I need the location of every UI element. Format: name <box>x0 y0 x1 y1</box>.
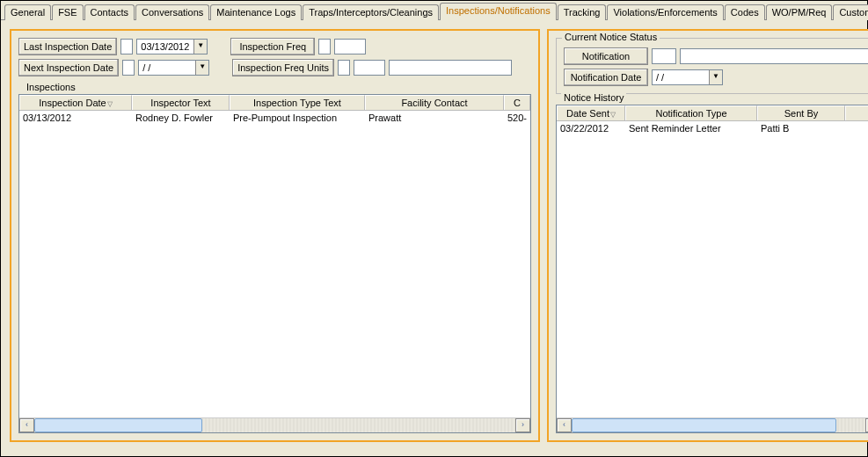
tab-fse[interactable]: FSE <box>52 4 83 20</box>
cell-inspection-type: Pre-Pumpout Inspection <box>230 111 365 125</box>
tabstrip: General FSE Contacts Conversations Maint… <box>1 1 867 20</box>
current-notice-status-title: Current Notice Status <box>562 32 660 42</box>
notice-history-table: Date Sent▽ Notification Type Sent By 03/… <box>556 105 868 433</box>
notice-history-title: Notice History <box>561 92 626 103</box>
tab-maintenance-logs[interactable]: Maintenance Logs <box>210 4 302 20</box>
col-c-truncated[interactable]: C <box>504 95 530 110</box>
col-inspector-text[interactable]: Inspector Text <box>132 95 230 110</box>
scroll-thumb[interactable] <box>572 418 836 432</box>
col-notification-type[interactable]: Notification Type <box>625 105 757 120</box>
cell-sent-by: Patti B <box>757 121 845 135</box>
inspections-hscrollbar[interactable]: ‹ › <box>19 417 530 432</box>
col-blank[interactable] <box>845 105 868 120</box>
chevron-down-icon[interactable]: ▼ <box>709 70 722 84</box>
notice-history-group: Notice History Date Sent▽ Notification T… <box>556 99 868 433</box>
scroll-track[interactable] <box>572 418 865 432</box>
inspections-pane: Last Inspection Date 03/13/2012 ▼ Inspec… <box>10 29 540 442</box>
inspection-freq-units-code-input[interactable] <box>354 60 385 76</box>
tab-wo-pm-req[interactable]: WO/PM/Req <box>766 4 833 20</box>
inspections-table: Inspection Date▽ Inspector Text Inspecti… <box>18 94 531 433</box>
notification-date-button[interactable]: Notification Date <box>564 69 648 86</box>
col-sent-by[interactable]: Sent By <box>757 105 845 120</box>
tab-violations[interactable]: Violations/Enforcements <box>607 4 723 20</box>
notification-text-input[interactable] <box>680 48 868 64</box>
history-hscrollbar[interactable]: ‹ › <box>557 417 868 432</box>
scroll-left-button[interactable]: ‹ <box>19 418 34 432</box>
tab-codes[interactable]: Codes <box>725 4 765 20</box>
next-inspection-date-combo[interactable]: / / ▼ <box>138 60 209 76</box>
notices-pane: Current Notice Status Notification Notif… <box>547 29 868 442</box>
tab-conversations[interactable]: Conversations <box>135 4 209 20</box>
inspections-group-title: Inspections <box>24 82 78 92</box>
tab-tracking[interactable]: Tracking <box>558 4 607 20</box>
notification-code-input[interactable] <box>652 48 676 64</box>
scroll-track[interactable] <box>34 418 515 432</box>
inspection-freq-flag[interactable] <box>318 39 331 54</box>
tab-general[interactable]: General <box>4 4 51 20</box>
cell-facility-contact: Prawatt <box>365 111 504 125</box>
next-inspection-date-button[interactable]: Next Inspection Date <box>18 59 119 76</box>
tab-contacts[interactable]: Contacts <box>84 4 135 20</box>
table-row[interactable]: 03/13/2012 Rodney D. Fowler Pre-Pumpout … <box>19 111 530 125</box>
sort-desc-icon: ▽ <box>610 111 616 119</box>
inspections-group: Inspections Inspection Date▽ Inspector T… <box>18 89 531 433</box>
cell-inspector: Rodney D. Fowler <box>132 111 230 125</box>
inspection-freq-button[interactable]: Inspection Freq <box>230 38 315 55</box>
notification-button[interactable]: Notification <box>564 47 648 65</box>
inspection-freq-units-button[interactable]: Inspection Freq Units <box>232 59 334 76</box>
last-inspection-date-value: 03/13/2012 <box>137 40 193 54</box>
notification-date-combo[interactable]: / / ▼ <box>652 69 723 85</box>
sort-desc-icon: ▽ <box>107 100 113 108</box>
inspection-freq-input[interactable] <box>334 39 366 54</box>
tab-traps[interactable]: Traps/Interceptors/Cleanings <box>303 4 439 20</box>
chevron-down-icon[interactable]: ▼ <box>195 61 208 75</box>
scroll-thumb[interactable] <box>34 418 202 432</box>
cell-c: 520- <box>504 111 530 125</box>
last-inspection-date-button[interactable]: Last Inspection Date <box>18 38 117 55</box>
inspection-freq-units-flag[interactable] <box>338 60 350 76</box>
next-inspection-date-flag[interactable] <box>122 60 135 76</box>
cell-date-sent: 03/22/2012 <box>557 121 625 135</box>
scroll-right-button[interactable]: › <box>515 418 530 432</box>
notice-history-header: Date Sent▽ Notification Type Sent By <box>557 105 868 121</box>
col-facility-contact[interactable]: Facility Contact <box>365 95 504 110</box>
chevron-down-icon[interactable]: ▼ <box>193 40 207 54</box>
col-date-sent[interactable]: Date Sent▽ <box>557 105 625 120</box>
current-notice-status-group: Current Notice Status Notification Notif… <box>556 38 868 94</box>
inspections-table-header: Inspection Date▽ Inspector Text Inspecti… <box>19 95 530 111</box>
last-inspection-date-flag[interactable] <box>120 39 133 54</box>
col-inspection-date[interactable]: Inspection Date▽ <box>19 95 132 110</box>
notification-date-value: / / <box>653 70 709 84</box>
table-row[interactable]: 03/22/2012 Sent Reminder Letter Patti B <box>557 121 868 135</box>
cell-inspection-date: 03/13/2012 <box>19 111 132 125</box>
scroll-left-button[interactable]: ‹ <box>557 418 572 432</box>
cell-notification-type: Sent Reminder Letter <box>625 121 757 135</box>
last-inspection-date-combo[interactable]: 03/13/2012 ▼ <box>136 39 208 54</box>
inspection-freq-units-text-input[interactable] <box>389 60 512 76</box>
next-inspection-date-value: / / <box>139 61 195 75</box>
tab-inspections-notifications[interactable]: Inspections/Notifications <box>440 3 557 20</box>
col-inspection-type-text[interactable]: Inspection Type Text <box>230 95 365 110</box>
tab-custom[interactable]: Custom <box>833 4 868 20</box>
